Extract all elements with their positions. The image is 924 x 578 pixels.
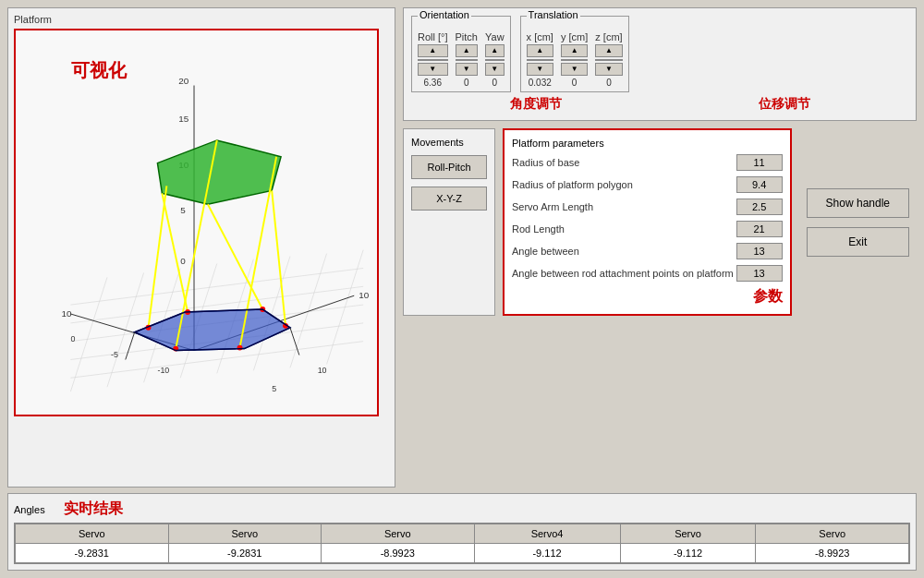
angle-adjust-label: 角度调节 (411, 96, 660, 113)
yaw-label: Yaw (485, 31, 505, 42)
action-buttons-panel: Show handle Exit (799, 128, 917, 316)
param-row-1: Radius of platform polygon (512, 176, 783, 193)
angle-val-3: -9.112 (474, 544, 620, 563)
svg-text:5: 5 (272, 384, 276, 393)
param-row-4: Angle between (512, 243, 783, 259)
y-slider-item: y [cm] ▲ ▼ 0 (561, 31, 588, 88)
z-label: z [cm] (595, 31, 622, 42)
translation-sliders: x [cm] ▲ ▼ 0.032 y [cm] ▲ (527, 31, 623, 88)
realtime-label: 实时结果 (64, 500, 123, 519)
col-header-5: Servo (756, 524, 909, 544)
yaw-up-arrow[interactable]: ▲ (485, 44, 505, 57)
visualization-box: 可视化 (14, 29, 379, 416)
param-input-0[interactable] (736, 154, 783, 171)
angles-label: Angles (14, 504, 45, 515)
pitch-up-arrow[interactable]: ▲ (456, 44, 478, 57)
y-up-arrow[interactable]: ▲ (561, 44, 588, 57)
angles-table: Servo Servo Servo Servo4 Servo Servo -9.… (14, 523, 910, 564)
z-track[interactable] (595, 59, 622, 61)
table-row: -9.2831 -9.2831 -8.9923 -9.112 -9.112 -8… (16, 544, 909, 563)
pitch-slider-item: Pitch ▲ ▼ 0 (456, 31, 478, 88)
exit-button[interactable]: Exit (807, 227, 909, 257)
yaw-down-arrow[interactable]: ▼ (485, 63, 505, 76)
controls-footer: 角度调节 位移调节 (411, 96, 908, 113)
param-input-4[interactable] (736, 243, 783, 259)
z-down-arrow[interactable]: ▼ (595, 63, 622, 76)
viz-label: 可视化 (71, 58, 127, 83)
angle-val-0: -9.2831 (16, 544, 169, 563)
z-slider-item: z [cm] ▲ ▼ 0 (595, 31, 622, 88)
param-input-2[interactable] (736, 199, 783, 215)
platform-svg: 10 10 20 15 10 5 0 -10 -5 0 5 10 (16, 30, 377, 415)
param-row-0: Radius of base (512, 154, 783, 171)
col-header-4: Servo (620, 524, 756, 544)
roll-slider-item: Roll [°] ▲ ▼ 6.36 (418, 31, 448, 88)
param-label-1: Radius of platform polygon (512, 179, 736, 190)
angles-panel: Angles 实时结果 Servo Servo Servo Servo4 Ser… (7, 493, 917, 571)
param-label-0: Radius of base (512, 157, 736, 168)
svg-point-39 (237, 345, 243, 351)
col-header-0: Servo (16, 524, 169, 544)
col-header-3: Servo4 (474, 524, 620, 544)
right-panel: Orientation Roll [°] ▲ ▼ 6.36 (403, 7, 917, 488)
x-label: x [cm] (527, 31, 553, 42)
svg-text:0: 0 (70, 334, 75, 343)
roll-label: Roll [°] (418, 31, 448, 42)
xyz-button[interactable]: X-Y-Z (411, 187, 487, 211)
param-row-3: Rod Length (512, 221, 783, 237)
param-input-3[interactable] (736, 221, 783, 237)
x-track[interactable] (527, 59, 553, 61)
pitch-track[interactable] (456, 59, 478, 61)
bottom-row: Angles 实时结果 Servo Servo Servo Servo4 Ser… (7, 493, 917, 571)
roll-up-arrow[interactable]: ▲ (418, 44, 448, 57)
y-label: y [cm] (561, 31, 588, 42)
show-handle-button[interactable]: Show handle (807, 188, 909, 218)
roll-value: 6.36 (424, 78, 442, 88)
params-title: Platform parameters (512, 138, 783, 149)
param-input-1[interactable] (736, 176, 783, 193)
svg-text:10: 10 (359, 290, 369, 300)
translation-group: Translation x [cm] ▲ ▼ 0.032 (520, 16, 629, 92)
yaw-slider-item: Yaw ▲ ▼ 0 (485, 31, 505, 88)
col-header-1: Servo (168, 524, 322, 544)
param-label-4: Angle between (512, 246, 736, 257)
y-value: 0 (572, 78, 578, 88)
x-down-arrow[interactable]: ▼ (527, 63, 553, 76)
pitch-value: 0 (464, 78, 469, 88)
param-label-5: Angle between rod attachment points on p… (512, 268, 736, 279)
orientation-label: Orientation (418, 9, 471, 20)
roll-pitch-button[interactable]: Roll-Pitch (411, 155, 487, 179)
param-input-5[interactable] (736, 265, 783, 282)
yaw-value: 0 (492, 78, 498, 88)
param-row-2: Servo Arm Length (512, 199, 783, 215)
y-down-arrow[interactable]: ▼ (561, 63, 588, 76)
yaw-track[interactable] (485, 59, 505, 61)
svg-text:5: 5 (180, 205, 186, 215)
translation-adjust-label: 位移调节 (660, 96, 908, 113)
param-label-3: Rod Length (512, 223, 736, 235)
y-track[interactable] (561, 59, 588, 61)
angle-val-1: -9.2831 (168, 544, 322, 563)
param-label-2: Servo Arm Length (512, 201, 736, 212)
z-up-arrow[interactable]: ▲ (595, 44, 622, 57)
svg-text:20: 20 (178, 76, 188, 86)
pitch-down-arrow[interactable]: ▼ (456, 63, 478, 76)
roll-track[interactable] (418, 59, 448, 61)
svg-text:-5: -5 (111, 351, 118, 360)
angle-val-5: -8.9923 (756, 544, 909, 563)
orientation-sliders: Roll [°] ▲ ▼ 6.36 Pitch ▲ (418, 31, 505, 88)
pitch-label: Pitch (456, 31, 478, 42)
svg-rect-0 (16, 30, 377, 415)
angle-val-2: -8.9923 (322, 544, 475, 563)
z-value: 0 (606, 78, 612, 88)
movements-buttons: Roll-Pitch X-Y-Z (411, 155, 487, 211)
orientation-group: Orientation Roll [°] ▲ ▼ 6.36 (411, 16, 511, 92)
svg-text:-10: -10 (157, 366, 169, 375)
roll-down-arrow[interactable]: ▼ (418, 63, 448, 76)
param-row-5: Angle between rod attachment points on p… (512, 265, 783, 282)
platform-params-panel: Platform parameters Radius of base Radiu… (503, 128, 792, 316)
svg-text:0: 0 (180, 256, 186, 266)
controls-panel: Orientation Roll [°] ▲ ▼ 6.36 (403, 7, 917, 121)
translation-label: Translation (527, 9, 580, 20)
x-up-arrow[interactable]: ▲ (527, 44, 553, 57)
